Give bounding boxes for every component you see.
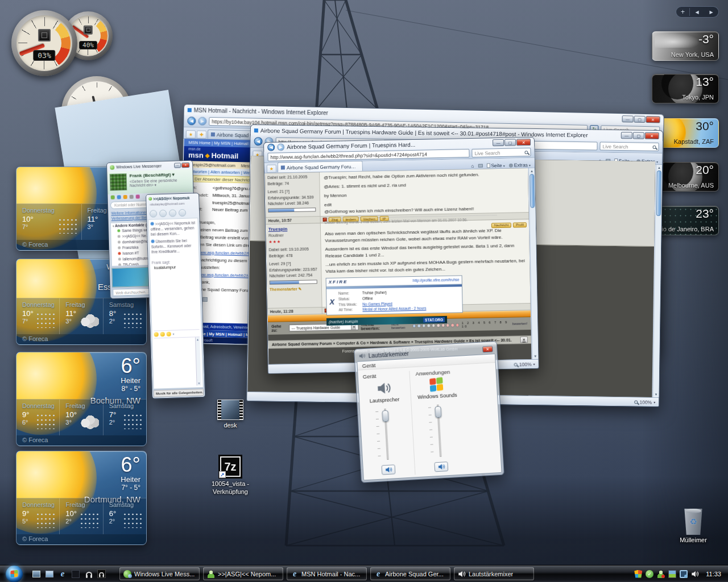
rating-radio-6[interactable]: [436, 323, 440, 327]
taskbar-button-mixer[interactable]: Lautstärkemixer: [454, 567, 534, 580]
forecast-day: Freitag10°3°: [59, 400, 102, 435]
extras-menu[interactable]: Extras: [509, 162, 531, 168]
emoticon-bar[interactable]: ▾: [154, 329, 200, 337]
forecast-day: Donnerstag9°5°: [16, 498, 59, 534]
level-progress-bar: [270, 280, 317, 285]
window-chat[interactable]: >>|ASG|<< Nepomuk nikolaiplay@hotmail.co…: [146, 193, 205, 399]
volume-slider-device[interactable]: [365, 405, 408, 463]
search-box[interactable]: Live Search: [599, 142, 659, 151]
back-button[interactable]: ◀: [254, 137, 262, 146]
user-name[interactable]: Frank (Beschäftigt) ▾: [130, 172, 191, 178]
window-volume-mixer[interactable]: Lautstärkemixer ✕ Gerät Gerät Lautsprech…: [354, 341, 504, 483]
show-desktop-icon[interactable]: [32, 569, 41, 579]
taskbar-button-chat[interactable]: >>|ASG|<< Nepom...: [203, 567, 283, 580]
desktop-icon-recycle-bin[interactable]: ♻ Mülleimer: [668, 509, 719, 544]
rain-icon: [123, 312, 142, 328]
minimize-button[interactable]: —: [622, 115, 633, 122]
network-icon[interactable]: [680, 570, 688, 578]
rating-radio-7[interactable]: [441, 323, 445, 327]
message-input[interactable]: ▲▼: [154, 336, 201, 386]
image-file-icon: [217, 400, 243, 420]
home-icon[interactable]: ⌂: [471, 163, 474, 169]
headset-icon[interactable]: [97, 569, 106, 578]
forward-button[interactable]: ▶: [198, 117, 206, 126]
favorites-icon[interactable]: ★: [186, 130, 196, 138]
volume-slider-app[interactable]: [417, 401, 461, 460]
mute-button-app[interactable]: [434, 462, 448, 472]
slider-thumb[interactable]: [435, 406, 441, 418]
rating-radio-2[interactable]: [417, 323, 421, 327]
weather-gadget-dortmund[interactable]: 6° Heiter 7° - 5° Dortmund, NW Donnersta…: [16, 451, 147, 545]
taskbar-button-hotmail[interactable]: eMSN Hotmail - Nac...: [287, 567, 367, 580]
weather-range: 8° - 5°: [90, 385, 140, 393]
alltime-game-link[interactable]: Medal of Honor Allied Assault - 2 hours: [362, 306, 426, 313]
app-icon-dark[interactable]: [71, 569, 80, 579]
rating-radio-3[interactable]: [422, 323, 426, 327]
forward-button[interactable]: ▶: [277, 143, 284, 151]
back-button[interactable]: ◀: [187, 117, 196, 125]
add-favorite-icon[interactable]: ✚: [197, 130, 206, 138]
rate-submit-link[interactable]: bewerten!: [512, 322, 527, 326]
xfire-profile-link[interactable]: http://profile.xfire.com/truhse: [413, 277, 460, 284]
prev-page-button[interactable]: ◀: [695, 10, 698, 15]
rating-radio-9[interactable]: [451, 323, 455, 327]
internet-explorer-icon[interactable]: e: [58, 569, 67, 579]
tab-forum-thread[interactable]: Airbone Squad Germany Forum | Truespins …: [278, 161, 363, 173]
add-gadget-button[interactable]: +: [676, 8, 690, 16]
maximize-button[interactable]: ▢: [633, 132, 644, 139]
rating-radio-4[interactable]: [427, 323, 431, 327]
weather-tile-tokyo[interactable]: 13° Tokyo, JPN: [652, 74, 719, 103]
volume-icon[interactable]: [691, 570, 699, 578]
page-menu[interactable]: Seite: [486, 163, 505, 169]
back-button[interactable]: ◀: [267, 143, 275, 151]
antivirus-icon[interactable]: ✓: [646, 570, 653, 578]
favorites-icon[interactable]: ★: [267, 165, 276, 173]
weather-tile-newyork[interactable]: -3° New York, USA: [652, 31, 719, 61]
slider-thumb[interactable]: [382, 410, 389, 422]
maximize-button[interactable]: ▢: [634, 116, 645, 123]
explorer-icon[interactable]: [45, 569, 54, 579]
chat-scrollbar[interactable]: ▲▼: [195, 337, 201, 385]
rating-radio-5[interactable]: [432, 323, 436, 327]
print-icon[interactable]: [478, 164, 482, 168]
forum-post: Dabei seit: 21.10.2005 Beiträge: 74 Leve…: [265, 168, 528, 218]
start-button[interactable]: [6, 566, 23, 582]
messenger-tray-icon[interactable]: [657, 570, 665, 578]
rating-radio-1[interactable]: [412, 323, 416, 327]
sidebar-controls[interactable]: + ◀▶: [676, 6, 719, 18]
message-button[interactable]: Nachricht: [491, 223, 512, 228]
window-forum-thread[interactable]: ◀ ▶ Airbone Squad Germany Forum | Truesp…: [263, 137, 539, 374]
scroll-thumb[interactable]: [530, 174, 535, 208]
minimize-button[interactable]: —: [493, 139, 504, 146]
security-shield-icon[interactable]: [634, 570, 642, 578]
close-button[interactable]: ✕: [181, 163, 189, 168]
scroll-thumb[interactable]: [656, 171, 661, 216]
close-icon[interactable]: ✕: [520, 336, 528, 343]
close-button[interactable]: ✕: [646, 116, 660, 123]
app-channel: Anwendungen Windows Sounds: [415, 368, 462, 475]
taskbar-button-forum[interactable]: eAirbone Squad Ger...: [370, 567, 450, 580]
rating-radio-10[interactable]: [456, 323, 460, 327]
maximize-button[interactable]: ▢: [504, 139, 516, 146]
search-box[interactable]: Live Search: [471, 148, 531, 157]
personal-message[interactable]: <Geben Sie eine persönliche Nachricht ei…: [130, 178, 191, 188]
desktop-icon-7zip-shortcut[interactable]: 7z↗ 10054_vista - Verknüpfung: [205, 455, 256, 496]
mute-button-device[interactable]: [381, 464, 395, 475]
minimize-button[interactable]: —: [621, 132, 632, 139]
profile-button[interactable]: Profil: [513, 222, 527, 227]
close-button[interactable]: ✕: [516, 139, 531, 146]
rating-radio-8[interactable]: [446, 323, 450, 327]
close-button[interactable]: ✕: [645, 132, 659, 139]
chat-ad-banner[interactable]: Musik für alle Gelegenheiten. D...: [154, 389, 204, 397]
minimize-button[interactable]: —: [174, 163, 181, 168]
avatar[interactable]: [110, 173, 127, 191]
taskbar-button-messenger[interactable]: Windows Live Mess...: [119, 567, 200, 580]
cpu-meter-gadget[interactable]: 03%: [11, 10, 77, 76]
taskbar-clock[interactable]: 11:33: [706, 571, 721, 577]
rain-icon: [36, 512, 55, 528]
headphones-icon[interactable]: [84, 569, 93, 579]
next-page-button[interactable]: ▶: [709, 10, 713, 15]
desktop-icon-desk[interactable]: desk: [205, 400, 256, 430]
weather-gadget-bochum[interactable]: 6° Heiter 8° - 5° Bochum, NW Donnerstag9…: [16, 352, 147, 446]
graphics-tray-icon[interactable]: [668, 570, 676, 578]
